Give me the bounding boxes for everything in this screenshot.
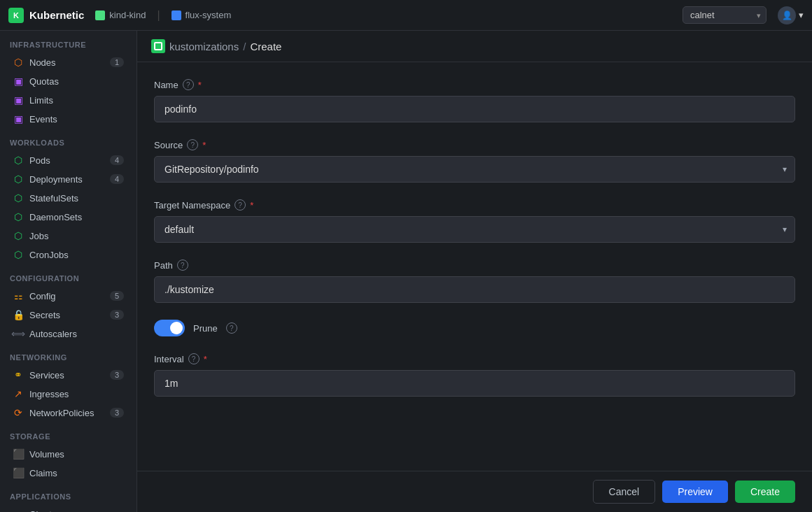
path-label: Path ? [154, 259, 795, 271]
target-namespace-select[interactable]: default flux-system kube-system [154, 216, 795, 243]
flux-icon [172, 10, 181, 20]
nodes-label: Nodes [29, 57, 104, 68]
breadcrumb-separator: / [243, 41, 246, 52]
form-area: Name ? * Source ? * GitRepository/podinf… [137, 62, 812, 471]
charts-icon: ⚏ [13, 509, 24, 512]
namespace-wrapper: calnet default flux-system kube-system [682, 6, 766, 24]
user-menu[interactable]: 👤 ▾ [778, 6, 804, 24]
breadcrumb: kustomizations / Create [137, 31, 812, 62]
networkpolicies-label: NetworkPolicies [29, 408, 104, 418]
path-help-icon[interactable]: ? [177, 259, 188, 271]
main-content: kustomizations / Create Name ? * Source … [137, 31, 812, 512]
sidebar-item-daemonsets[interactable]: ⬡ DaemonSets [3, 208, 134, 226]
source-select-wrapper: GitRepository/podinfo ▾ [154, 156, 795, 183]
path-field-group: Path ? [154, 259, 795, 303]
name-help-icon[interactable]: ? [183, 79, 194, 90]
prune-toggle[interactable] [154, 320, 185, 336]
bottom-actions: Cancel Preview Create [137, 471, 812, 512]
sidebar-item-nodes[interactable]: ⬡ Nodes 1 [3, 53, 134, 71]
name-input[interactable] [154, 96, 795, 122]
sidebar-item-statefulsets[interactable]: ⬡ StatefulSets [3, 189, 134, 207]
path-label-text: Path [154, 260, 173, 271]
flux-name: flux-system [186, 10, 232, 20]
source-label-text: Source [154, 140, 183, 150]
interval-label: Interval ? * [154, 353, 795, 364]
limits-label: Limits [29, 95, 124, 106]
namespace-select[interactable]: calnet default flux-system kube-system [682, 6, 766, 24]
sidebar-item-charts[interactable]: ⚏ Charts [3, 505, 134, 512]
ingresses-label: Ingresses [29, 389, 124, 399]
autoscalers-icon: ⟺ [13, 328, 24, 339]
sidebar-item-cronjobs[interactable]: ⬡ CronJobs [3, 246, 134, 264]
section-configuration: Configuration [0, 264, 136, 286]
target-namespace-help-icon[interactable]: ? [234, 199, 246, 211]
sidebar-item-claims[interactable]: ⬛ Claims [3, 464, 134, 482]
jobs-label: Jobs [29, 231, 124, 241]
secrets-badge: 3 [110, 310, 124, 320]
sidebar-item-quotas[interactable]: ▣ Quotas [3, 72, 134, 90]
sidebar-item-ingresses[interactable]: ↗ Ingresses [3, 385, 134, 403]
statefulsets-label: StatefulSets [29, 193, 124, 204]
prune-toggle-row: Prune ? [154, 320, 795, 336]
source-help-icon[interactable]: ? [187, 139, 198, 150]
secrets-icon: 🔒 [13, 309, 24, 320]
jobs-icon: ⬡ [13, 230, 24, 241]
ingresses-icon: ↗ [13, 388, 24, 399]
nodes-badge: 1 [110, 57, 124, 67]
networkpolicies-badge: 3 [110, 408, 124, 418]
user-dropdown-arrow: ▾ [799, 10, 804, 20]
sidebar-item-deployments[interactable]: ⬡ Deployments 4 [3, 170, 134, 188]
source-select[interactable]: GitRepository/podinfo [154, 156, 795, 183]
sidebar-item-volumes[interactable]: ⬛ Volumes [3, 445, 134, 463]
networkpolicies-icon: ⟳ [13, 407, 24, 418]
config-label: Config [29, 291, 104, 301]
cluster-indicator: kind-kind [95, 10, 146, 20]
flux-indicator: flux-system [172, 10, 232, 20]
sidebar-item-events[interactable]: ▣ Events [3, 110, 134, 128]
pods-icon: ⬡ [13, 155, 24, 166]
sidebar-item-limits[interactable]: ▣ Limits [3, 91, 134, 109]
claims-icon: ⬛ [13, 467, 24, 478]
volumes-label: Volumes [29, 449, 124, 460]
sidebar: Infrastructure ⬡ Nodes 1 ▣ Quotas ▣ Limi… [0, 31, 137, 512]
prune-toggle-track[interactable] [154, 320, 185, 336]
sidebar-item-services[interactable]: ⚭ Services 3 [3, 366, 134, 384]
topbar: K Kubernetic kind-kind | flux-system cal… [0, 0, 812, 31]
name-label-text: Name [154, 80, 178, 90]
target-namespace-required: * [250, 200, 253, 211]
claims-label: Claims [29, 468, 124, 478]
cancel-button[interactable]: Cancel [593, 480, 656, 504]
section-infrastructure: Infrastructure [0, 31, 136, 52]
interval-help-icon[interactable]: ? [188, 353, 200, 364]
section-storage: Storage [0, 422, 136, 444]
name-required: * [198, 80, 202, 90]
deployments-label: Deployments [29, 174, 104, 185]
interval-field-group: Interval ? * [154, 353, 795, 397]
config-icon: ⚏ [13, 290, 24, 301]
topbar-divider: | [157, 9, 160, 22]
deployments-icon: ⬡ [13, 173, 24, 185]
sidebar-item-pods[interactable]: ⬡ Pods 4 [3, 151, 134, 169]
sidebar-item-secrets[interactable]: 🔒 Secrets 3 [3, 306, 134, 324]
autoscalers-label: Autoscalers [29, 329, 124, 339]
sidebar-item-networkpolicies[interactable]: ⟳ NetworkPolicies 3 [3, 404, 134, 422]
app-name: Kubernetic [29, 9, 84, 21]
cronjobs-icon: ⬡ [13, 249, 24, 260]
sidebar-item-config[interactable]: ⚏ Config 5 [3, 287, 134, 305]
breadcrumb-parent[interactable]: kustomizations [169, 41, 239, 52]
logo-icon: K [8, 8, 24, 23]
target-namespace-field-group: Target Namespace ? * default flux-system… [154, 199, 795, 243]
sidebar-item-jobs[interactable]: ⬡ Jobs [3, 227, 134, 245]
cluster-name: kind-kind [109, 10, 146, 20]
preview-button[interactable]: Preview [662, 481, 728, 503]
charts-label: Charts [29, 509, 124, 513]
daemonsets-icon: ⬡ [13, 211, 24, 222]
create-button[interactable]: Create [735, 481, 795, 503]
name-label: Name ? * [154, 79, 795, 90]
prune-help-icon[interactable]: ? [226, 322, 237, 334]
path-input[interactable] [154, 276, 795, 303]
daemonsets-label: DaemonSets [29, 212, 124, 222]
interval-input[interactable] [154, 370, 795, 397]
sidebar-item-autoscalers[interactable]: ⟺ Autoscalers [3, 325, 134, 343]
nodes-icon: ⬡ [13, 57, 24, 68]
